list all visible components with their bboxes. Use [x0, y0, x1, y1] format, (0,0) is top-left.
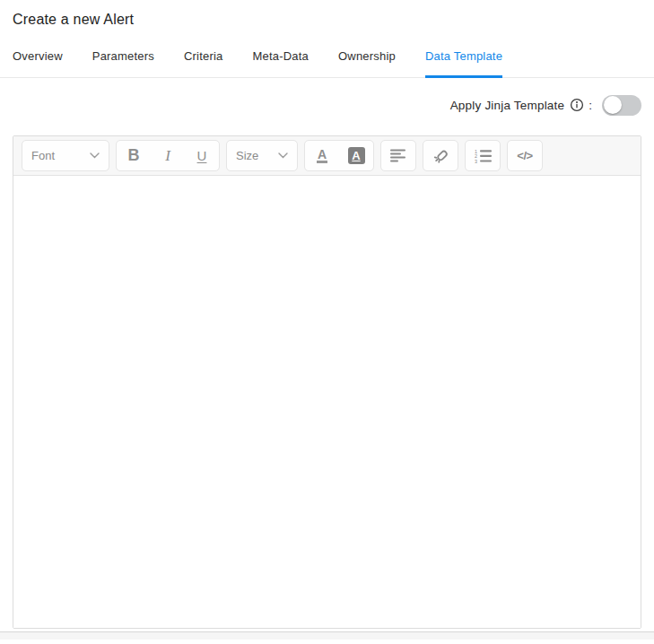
apply-jinja-row: Apply Jinja Template : — [13, 94, 641, 116]
highlight-color-button[interactable]: A — [339, 141, 373, 170]
bottom-strip — [0, 631, 654, 640]
font-color-icon: A — [317, 148, 327, 164]
tab-parameters[interactable]: Parameters — [92, 49, 154, 78]
tab-ownership[interactable]: Ownership — [338, 49, 396, 78]
italic-button[interactable]: I — [151, 141, 185, 170]
tab-overview[interactable]: Overview — [13, 49, 63, 78]
highlight-color-icon: A — [348, 147, 365, 164]
ordered-list-button[interactable]: 1 2 3 — [465, 140, 501, 171]
tab-data-template[interactable]: Data Template — [425, 49, 502, 78]
bold-glyph: B — [128, 146, 140, 165]
apply-jinja-label: Apply Jinja Template — [450, 99, 565, 112]
code-view-button[interactable]: </> — [507, 140, 543, 171]
italic-glyph: I — [165, 147, 170, 165]
align-left-icon — [390, 149, 406, 162]
color-group: A A — [304, 140, 374, 171]
link-button[interactable] — [423, 140, 458, 171]
font-size-label: Size — [236, 149, 258, 162]
page-title: Create a new Alert — [13, 12, 641, 28]
create-alert-page: Create a new Alert Overview Parameters C… — [0, 12, 654, 629]
chevron-down-icon — [278, 152, 288, 159]
link-icon — [432, 146, 450, 165]
apply-jinja-colon: : — [589, 99, 592, 112]
bold-button[interactable]: B — [117, 141, 151, 170]
text-style-group: B I U — [116, 140, 220, 171]
font-color-button[interactable]: A — [305, 141, 339, 170]
ordered-list-icon: 1 2 3 — [475, 149, 492, 163]
editor-content[interactable] — [13, 176, 641, 628]
underline-button[interactable]: U — [185, 141, 219, 170]
rich-text-editor: Font B I U Size — [13, 135, 641, 629]
tab-meta-data[interactable]: Meta-Data — [252, 49, 309, 78]
font-size-dropdown[interactable]: Size — [226, 140, 298, 171]
jinja-toggle[interactable] — [602, 95, 641, 116]
info-icon[interactable] — [570, 98, 584, 112]
tab-criteria[interactable]: Criteria — [184, 49, 223, 78]
font-family-label: Font — [31, 149, 55, 162]
tab-bar: Overview Parameters Criteria Meta-Data O… — [0, 49, 654, 78]
font-family-dropdown[interactable]: Font — [22, 140, 109, 171]
underline-glyph: U — [197, 148, 207, 163]
editor-toolbar: Font B I U Size — [13, 136, 641, 176]
toggle-knob — [604, 96, 622, 114]
chevron-down-icon — [90, 152, 100, 159]
code-view-icon: </> — [517, 149, 532, 162]
svg-text:3: 3 — [475, 158, 477, 162]
align-button[interactable] — [380, 140, 416, 171]
